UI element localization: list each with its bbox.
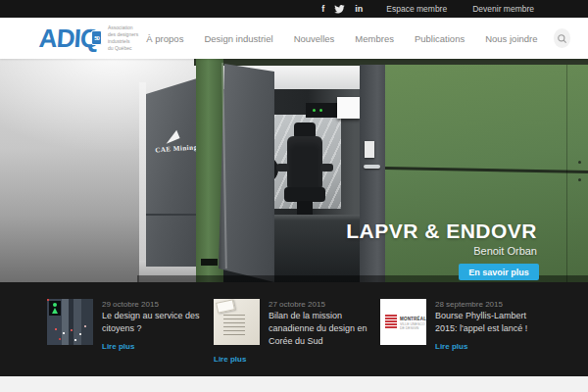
door-jamb: [360, 65, 385, 282]
news-thumbnail[interactable]: [214, 299, 260, 345]
cae-brand-text: CAE Mining: [155, 143, 198, 154]
logo-tagline: Association des designers industriels du…: [108, 24, 146, 52]
main-nav: ADIQ 50 Association des designers indust…: [0, 18, 588, 59]
panel-seam: [146, 214, 197, 216]
top-bar: f in Espace membre Devenir membre: [0, 0, 588, 18]
lire-plus-link[interactable]: Lire plus: [214, 355, 246, 364]
cae-mining-logo: CAE Mining: [154, 131, 195, 160]
devenir-membre-link[interactable]: Devenir membre: [472, 4, 534, 14]
seat-armrest: [320, 164, 333, 172]
cae-plane-icon: [163, 130, 179, 144]
logo-text: ADIQ 50: [38, 25, 100, 51]
panel-screw: [578, 178, 581, 181]
news-item[interactable]: MONTRÉAL VILLE UNESCO DE DESIGN 28 septe…: [380, 299, 545, 376]
search-button[interactable]: [554, 28, 570, 48]
door-keypad: [365, 141, 374, 158]
news-thumbnail[interactable]: MONTRÉAL VILLE UNESCO DE DESIGN: [380, 299, 426, 345]
overhead-display: [337, 97, 360, 119]
adiq-logo[interactable]: ADIQ 50 Association des designers indust…: [39, 24, 146, 52]
montreal-logo-text: MONTRÉAL VILLE UNESCO DE DESIGN: [400, 317, 426, 330]
hero-title: LAPVR & ENDOVR: [346, 220, 537, 243]
nav-item-membres[interactable]: Membres: [355, 33, 394, 44]
unesco-tagline: VILLE UNESCO DE DESIGN: [400, 322, 426, 330]
seat-armrest: [276, 164, 289, 172]
linkedin-icon[interactable]: in: [355, 5, 363, 14]
social-icons: f in: [321, 5, 363, 14]
machine-vent: [201, 259, 218, 266]
montreal-design-logo: [385, 315, 397, 328]
handwriting-lines: [223, 313, 245, 338]
panel-screw: [578, 161, 581, 164]
door-handle: [364, 165, 380, 169]
nav-menu: À propos Design industriel Nouvelles Mem…: [146, 33, 537, 44]
hero-subtitle: Benoit Orban: [473, 245, 537, 257]
nav-item-a-propos[interactable]: À propos: [146, 33, 183, 44]
nav-item-publications[interactable]: Publications: [415, 33, 465, 44]
console-led: [319, 109, 322, 112]
seat-cushion: [284, 187, 325, 202]
logo-50-badge: 50: [91, 30, 102, 45]
lire-plus-link[interactable]: Lire plus: [102, 342, 134, 351]
news-item[interactable]: 27 octobre 2015 Bilan de la mission cana…: [214, 299, 378, 376]
lire-plus-link[interactable]: Lire plus: [435, 342, 467, 351]
twitter-icon[interactable]: [334, 5, 345, 14]
seat-backrest: [287, 136, 322, 191]
footer-strip: [0, 376, 588, 392]
news-thumbnail[interactable]: [47, 299, 93, 345]
machine-gray-panel: [146, 78, 197, 267]
espace-membre-link[interactable]: Espace membre: [386, 4, 447, 14]
en-savoir-plus-button[interactable]: En savoir plus: [459, 264, 539, 280]
news-section: 29 octobre 2015 Le design au service des…: [0, 282, 588, 376]
facebook-icon[interactable]: f: [321, 5, 324, 14]
overhead-console: [306, 103, 337, 118]
paper-note: [216, 299, 235, 314]
news-item[interactable]: 29 octobre 2015 Le design au service des…: [47, 299, 212, 376]
nav-item-nous-joindre[interactable]: Nous joindre: [485, 33, 537, 44]
signal-figure-head: [53, 303, 57, 307]
signal-figure-body: [52, 308, 58, 314]
montreal-wordmark: MONTRÉAL: [400, 317, 426, 321]
console-led: [313, 109, 316, 112]
green-panel-vertical-seam: [566, 65, 567, 282]
nav-item-design-industriel[interactable]: Design industriel: [204, 33, 272, 44]
machine-edge: [139, 82, 146, 265]
hero-banner: CAE Mining LAPVR & ENDOVR: [0, 59, 588, 282]
nav-item-nouvelles[interactable]: Nouvelles: [294, 33, 335, 44]
magnifier-icon: [557, 33, 567, 44]
pedestrian-signal-icon: [49, 301, 61, 316]
